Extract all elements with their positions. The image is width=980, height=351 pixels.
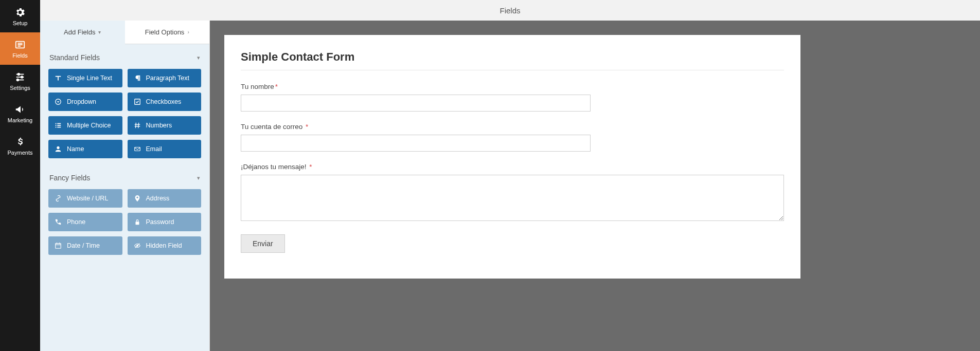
svg-rect-24 (135, 221, 139, 225)
tab-label: Field Options (145, 28, 185, 36)
form-canvas: Simple Contact Form Tu nombre* Tu cuenta… (224, 35, 800, 279)
field-datetime[interactable]: Date / Time (48, 236, 122, 255)
field-password[interactable]: Password (128, 213, 202, 231)
field-label: ¡Déjanos tu mensaje! * (241, 163, 784, 171)
chevron-down-icon: ▾ (197, 54, 200, 61)
svg-point-22 (57, 146, 59, 149)
submit-button[interactable]: Enviar (241, 234, 285, 253)
phone-icon (55, 218, 62, 226)
sidenav-label: Marketing (8, 117, 32, 123)
section-standard-fields[interactable]: Standard Fields ▾ (40, 44, 209, 69)
content-wrap: Add Fields ▾ Field Options › Standard Fi… (40, 21, 980, 351)
field-dropdown[interactable]: Dropdown (48, 93, 122, 111)
sidenav-item-fields[interactable]: Fields (0, 32, 40, 65)
standard-fields-grid: Single Line Text Paragraph Text Dropdown… (40, 69, 209, 164)
field-label: Dropdown (67, 98, 96, 105)
section-title: Fancy Fields (49, 174, 90, 182)
tab-field-options[interactable]: Field Options › (125, 21, 210, 44)
checkbox-icon (134, 98, 141, 105)
sidenav-label: Settings (10, 85, 30, 91)
field-address[interactable]: Address (128, 189, 202, 208)
form-icon (14, 39, 26, 50)
svg-point-9 (17, 79, 19, 81)
svg-point-5 (17, 73, 20, 75)
chevron-down-icon: ▾ (197, 175, 200, 181)
form-title: Simple Contact Form (241, 50, 784, 64)
link-icon (55, 195, 62, 202)
list-icon (55, 122, 62, 129)
fancy-fields-grid: Website / URL Address Phone Password (40, 189, 209, 261)
header: Fields (40, 0, 980, 21)
svg-point-16 (56, 126, 57, 127)
svg-point-7 (21, 76, 23, 78)
required-asterisk: * (306, 123, 308, 131)
field-numbers[interactable]: Numbers (128, 116, 202, 135)
main-sidenav: Setup Fields Settings Marketing Payments (0, 0, 40, 351)
svg-point-14 (56, 125, 57, 126)
field-website-url[interactable]: Website / URL (48, 189, 122, 208)
divider (241, 70, 784, 70)
sidenav-label: Setup (13, 20, 28, 26)
hash-icon (134, 122, 141, 129)
svg-line-18 (135, 123, 136, 128)
field-name[interactable]: Name (48, 140, 122, 158)
svg-rect-15 (57, 125, 61, 126)
field-paragraph-text[interactable]: Paragraph Text (128, 69, 202, 87)
lock-icon (134, 218, 141, 226)
bullhorn-icon (14, 104, 26, 115)
field-label: Paragraph Text (146, 75, 190, 82)
sidenav-item-settings[interactable]: Settings (0, 65, 40, 97)
tab-label: Add Fields (64, 28, 95, 36)
form-canvas-wrap: Simple Contact Form Tu nombre* Tu cuenta… (210, 21, 980, 351)
svg-rect-25 (56, 244, 61, 249)
eye-slash-icon (134, 242, 141, 249)
paragraph-icon (134, 75, 141, 82)
svg-rect-23 (134, 147, 140, 151)
message-textarea[interactable] (241, 175, 784, 221)
field-hidden[interactable]: Hidden Field (128, 236, 202, 255)
field-label: Checkboxes (146, 98, 182, 105)
email-input[interactable] (241, 135, 591, 152)
sidenav-item-payments[interactable]: Payments (0, 130, 40, 162)
panel-scroll: Standard Fields ▾ Single Line Text Parag… (40, 44, 209, 351)
form-field-email[interactable]: Tu cuenta de correo * (241, 123, 784, 152)
field-label: Tu nombre* (241, 83, 784, 90)
form-field-message[interactable]: ¡Déjanos tu mensaje! * (241, 163, 784, 223)
calendar-icon (55, 242, 62, 249)
field-multiple-choice[interactable]: Multiple Choice (48, 116, 122, 135)
section-fancy-fields[interactable]: Fancy Fields ▾ (40, 164, 209, 189)
field-label: Address (146, 195, 170, 202)
dollar-icon (14, 136, 26, 147)
field-checkboxes[interactable]: Checkboxes (128, 93, 202, 111)
tab-add-fields[interactable]: Add Fields ▾ (40, 21, 125, 44)
chevron-right-icon: › (187, 29, 189, 35)
field-email[interactable]: Email (128, 140, 202, 158)
sliders-icon (14, 71, 26, 83)
field-label: Single Line Text (67, 75, 112, 82)
user-icon (55, 145, 62, 153)
field-single-line-text[interactable]: Single Line Text (48, 69, 122, 87)
field-phone[interactable]: Phone (48, 213, 122, 231)
field-label: Name (67, 145, 84, 153)
field-label: Hidden Field (146, 242, 182, 249)
sidenav-item-setup[interactable]: Setup (0, 0, 40, 32)
panel-tabs: Add Fields ▾ Field Options › (40, 21, 209, 44)
required-asterisk: * (275, 83, 278, 90)
svg-rect-13 (57, 123, 61, 124)
form-field-name[interactable]: Tu nombre* (241, 83, 784, 112)
section-title: Standard Fields (49, 53, 100, 62)
dropdown-icon (55, 98, 62, 105)
field-label: Date / Time (67, 242, 100, 249)
sidenav-item-marketing[interactable]: Marketing (0, 97, 40, 130)
name-input[interactable] (241, 95, 591, 112)
required-asterisk: * (309, 163, 312, 171)
field-label: Tu cuenta de correo * (241, 123, 784, 131)
chevron-down-icon: ▾ (98, 29, 101, 35)
field-label: Website / URL (67, 195, 108, 202)
gear-icon (14, 7, 26, 18)
email-icon (134, 145, 141, 153)
svg-rect-17 (57, 127, 61, 128)
fields-panel: Add Fields ▾ Field Options › Standard Fi… (40, 21, 210, 351)
pin-icon (134, 195, 141, 202)
field-label: Password (146, 218, 174, 226)
